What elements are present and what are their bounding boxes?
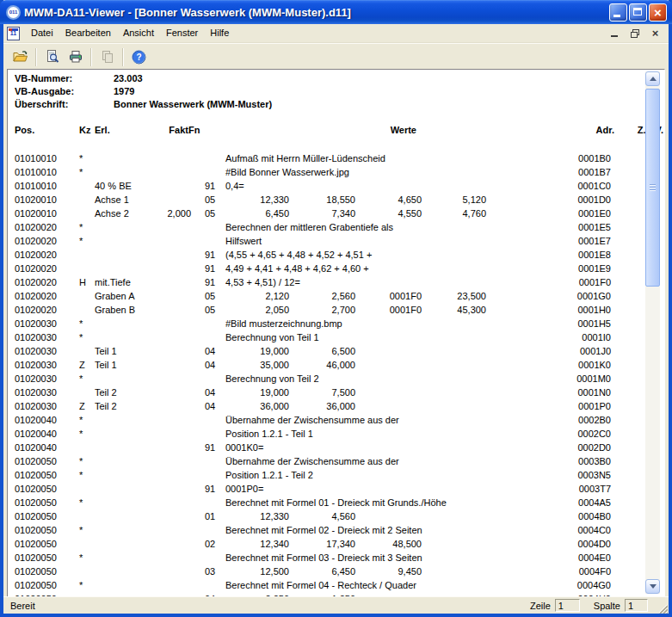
table-row[interactable]: 01020030*Berechnung von Teil 20001M0	[8, 372, 647, 386]
cell-v1: 6,450	[223, 207, 289, 220]
help-button[interactable]: ?	[127, 46, 151, 68]
table-row[interactable]: 010200500112,3304,5600004B0	[8, 509, 647, 523]
cell-text: Berechnung von Teil 2	[225, 372, 319, 386]
cell-kz: *	[79, 151, 83, 165]
table-row[interactable]: 01020020914,49 + 4,41 + 4,48 + 4,62 + 4,…	[8, 262, 647, 275]
table-row[interactable]: 01020050*Berechnet mit Formel 02 - Dreie…	[8, 523, 647, 537]
mdi-restore-button[interactable]	[628, 28, 641, 39]
cell-adr: 0004E0	[545, 551, 611, 565]
cell-kz: *	[79, 523, 83, 537]
close-button[interactable]: ×	[649, 3, 667, 22]
table-row[interactable]: 01020040910001K0=0002D0	[8, 441, 647, 454]
cell-fakt: 2,000	[122, 207, 191, 220]
cell-fn: 04	[205, 344, 215, 358]
menu-hilfe[interactable]: Hilfe	[204, 26, 235, 40]
cell-pos: 01020030	[15, 330, 57, 344]
scroll-down-button[interactable]	[645, 579, 660, 594]
table-row[interactable]: 01020040*Übernahme der Zwischensumme aus…	[8, 413, 647, 427]
table-row[interactable]: 01020030Teil 20419,0007,5000001N0	[8, 386, 647, 399]
minimize-button[interactable]	[609, 3, 627, 22]
vertical-scrollbar[interactable]	[645, 71, 660, 594]
document-view: VB-Nummer: 23.003 VB-Ausgabe: 1979 Übers…	[7, 69, 665, 597]
line-value-box: 1	[555, 599, 580, 612]
document-icon[interactable]: 11	[7, 27, 20, 40]
table-row[interactable]: 01020020*Hilfswert0001E7	[8, 234, 647, 248]
menu-fenster[interactable]: Fenster	[160, 26, 204, 40]
table-row[interactable]: 0102002091(4,55 + 4,65 + 4,48 + 4,52 + 4…	[8, 248, 647, 262]
open-file-button[interactable]	[9, 46, 32, 68]
print-button[interactable]	[64, 46, 87, 68]
cell-text: 4,49 + 4,41 + 4,48 + 4,62 + 4,60 +	[225, 262, 369, 275]
resize-grip[interactable]	[657, 602, 668, 614]
cell-pos: 01020030	[15, 399, 57, 413]
table-row[interactable]: 01020050*Übernahme der Zwischensumme aus…	[8, 454, 647, 468]
table-row[interactable]: 01020030ZTeil 20436,00036,0000001P0	[8, 399, 647, 413]
table-row[interactable]: 01020030*#Bild musterzeichnung.bmp0001H5	[8, 317, 647, 330]
table-row[interactable]: 01020020Hmit.Tiefe914,53 + 4,51) / 12=00…	[8, 275, 647, 289]
scrollbar-thumb[interactable]	[645, 89, 660, 287]
cell-v1: 12,330	[223, 509, 289, 523]
cell-erl: Graben B	[95, 303, 135, 317]
mdi-close-button[interactable]: ×	[649, 28, 662, 39]
cell-v3: 4,650	[360, 193, 422, 207]
table-row[interactable]: 01020030ZTeil 10435,00046,0000001K0	[8, 358, 647, 372]
mdi-minimize-button[interactable]	[607, 28, 620, 39]
cell-text: Berechnet mit Formel 04 - Rechteck / Qua…	[225, 578, 416, 592]
cell-adr: 0004C0	[545, 523, 611, 537]
cell-text: 0001P0=	[225, 482, 263, 496]
maximize-icon	[633, 8, 642, 15]
print-preview-button[interactable]	[40, 46, 64, 68]
table-row[interactable]: 01020010Achse 10512,33018,5504,6505,1200…	[8, 193, 647, 207]
cell-pos: 01020050	[15, 523, 57, 537]
status-text: Bereit	[10, 601, 530, 611]
mdi-minimize-icon	[611, 35, 618, 37]
table-row[interactable]: 01020050*Berechnet mit Formel 04 - Recht…	[8, 578, 647, 592]
cell-text: Hilfswert	[225, 234, 262, 248]
scroll-up-button[interactable]	[645, 71, 660, 86]
scrollbar-grip-icon	[650, 184, 656, 192]
cell-pos: 01020050	[15, 578, 57, 592]
table-row[interactable]: 01020020*Berechnen der mittleren Grabent…	[8, 220, 647, 234]
cell-v1: 12,500	[223, 565, 289, 578]
cell-adr: 0001C0	[545, 179, 611, 193]
menu-ansicht[interactable]: Ansicht	[117, 26, 160, 40]
table-row[interactable]: 01010010*Aufmaß mit Herrn Müller-Lüdensc…	[8, 151, 647, 165]
cell-v4: 45,300	[424, 303, 486, 317]
open-folder-icon	[13, 50, 28, 64]
cell-adr: 0001H5	[545, 317, 611, 330]
status-bar: Bereit Zeile 1 Spalte 1	[3, 596, 669, 614]
cell-v1: 19,000	[223, 344, 289, 358]
cell-adr: 0004D0	[545, 537, 611, 551]
cell-text: Berechnet mit Formel 02 - Dreieck mit 2 …	[225, 523, 422, 537]
help-icon: ?	[132, 50, 146, 65]
maximize-button[interactable]	[629, 3, 647, 22]
table-row[interactable]: 01020020Graben B052,0502,7000001F045,300…	[8, 303, 647, 317]
table-row[interactable]: 01020050*Berechnet mit Formel 01 - Dreie…	[8, 496, 647, 509]
table-row[interactable]: 0101001040 % BE910,4=0001C0	[8, 179, 647, 193]
cell-kz: *	[79, 454, 83, 468]
cell-adr: 0001B7	[545, 165, 611, 179]
table-row[interactable]: 01020030*Berechnung von Teil 10001I0	[8, 330, 647, 344]
cell-fn: 02	[205, 537, 215, 551]
table-row[interactable]: 01020040*Position 1.2.1 - Teil 10002C0	[8, 427, 647, 441]
menu-datei[interactable]: Datei	[25, 26, 59, 40]
table-row[interactable]: 01020050910001P0=0003T7	[8, 482, 647, 496]
cell-kz: Z	[79, 399, 85, 413]
cell-v3: 4,550	[360, 207, 422, 220]
mdi-window-controls: ×	[607, 28, 662, 39]
cell-kz: Z	[79, 358, 85, 372]
table-row[interactable]: 01010010*#Bild Bonner Wasserwerk.jpg0001…	[8, 165, 647, 179]
app-icon: 011	[6, 5, 21, 20]
cell-pos: 01020040	[15, 441, 57, 454]
table-row[interactable]: 010200500312,5006,4509,4500004F0	[8, 565, 647, 578]
app-window: 011 MWM-DA11-Viewer - [Bonner Wasserwerk…	[0, 0, 672, 617]
table-row[interactable]: 01020050*Position 1.2.1 - Teil 20003N5	[8, 468, 647, 482]
table-row[interactable]: 01020030Teil 10419,0006,5000001J0	[8, 344, 647, 358]
cell-erl: Teil 2	[95, 399, 117, 413]
cell-adr: 0002B0	[545, 413, 611, 427]
table-row[interactable]: 01020020Graben A052,1202,5600001F023,500…	[8, 289, 647, 303]
table-row[interactable]: 010200500212,34017,34048,5000004D0	[8, 537, 647, 551]
table-row[interactable]: 01020010Achse 22,000056,4507,3404,5504,7…	[8, 207, 647, 220]
table-row[interactable]: 01020050*Berechnet mit Formel 03 - Dreie…	[8, 551, 647, 565]
menu-bearbeiten[interactable]: Bearbeiten	[59, 26, 117, 40]
